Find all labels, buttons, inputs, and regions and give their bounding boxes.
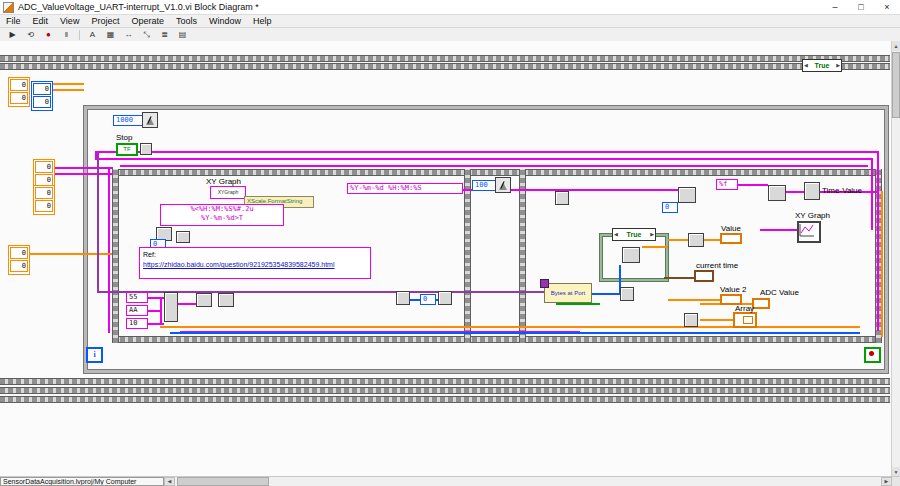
maximize-button[interactable]: □: [848, 0, 874, 14]
case-next-icon[interactable]: ▶: [836, 61, 840, 70]
numeric-constant[interactable]: 0: [10, 247, 28, 259]
text-settings-icon[interactable]: A: [85, 28, 100, 42]
function-icon[interactable]: [218, 293, 234, 307]
menu-help[interactable]: Help: [247, 15, 278, 27]
function-icon[interactable]: [622, 247, 640, 263]
not-function-icon[interactable]: [140, 143, 152, 155]
horizontal-scrollbar-thumb[interactable]: [177, 477, 269, 486]
execution-context-box[interactable]: SensorDataAcquisition.lvproj/My Computer: [0, 477, 164, 486]
float-format-constant[interactable]: %f: [716, 179, 738, 190]
function-icon[interactable]: [438, 291, 452, 305]
cluster-constant-1[interactable]: 0 0: [8, 77, 30, 107]
menu-operate[interactable]: Operate: [125, 15, 170, 27]
numeric-constant[interactable]: 0: [35, 200, 53, 212]
ref-label: Ref:: [143, 250, 367, 260]
xy-graph-terminal[interactable]: [797, 221, 821, 243]
run-button-icon[interactable]: ▶: [5, 28, 20, 42]
hex-string-constant[interactable]: 10: [126, 318, 148, 329]
visa-class-icon: [540, 279, 549, 288]
concatenate-strings-icon[interactable]: [164, 292, 178, 322]
distribute-objects-icon[interactable]: ↔: [121, 28, 136, 42]
minimize-button[interactable]: –: [822, 0, 848, 14]
function-icon[interactable]: [176, 231, 190, 243]
wait-until-next-ms-icon[interactable]: [142, 112, 158, 128]
wait-ms-constant[interactable]: 1000: [113, 115, 143, 126]
stop-terminal[interactable]: TF: [116, 143, 138, 156]
pause-button-icon[interactable]: ‖: [59, 28, 74, 42]
loop-condition-terminal[interactable]: [864, 347, 881, 363]
inner-case-value: True: [627, 230, 642, 239]
scroll-right-icon[interactable]: ▶: [881, 477, 892, 486]
case-prev-icon[interactable]: ◀: [804, 61, 808, 70]
run-continuous-icon[interactable]: ⟲: [23, 28, 38, 42]
cluster-constant-2[interactable]: 0 0: [31, 81, 53, 111]
hex-string-constant[interactable]: AA: [126, 305, 148, 316]
stop-label: Stop: [116, 133, 132, 142]
wait-until-next-ms-icon[interactable]: [495, 177, 511, 193]
numeric-constant[interactable]: 0: [33, 96, 51, 108]
bundle-icon[interactable]: [804, 182, 820, 200]
menu-project[interactable]: Project: [85, 15, 125, 27]
array-terminal[interactable]: [733, 312, 757, 328]
comparison-icon[interactable]: [620, 287, 634, 301]
wire-string: [734, 184, 768, 186]
vertical-scrollbar-thumb[interactable]: [892, 52, 900, 118]
wire-string: [178, 303, 196, 305]
numeric-constant[interactable]: 0: [35, 161, 53, 173]
outer-case-selector[interactable]: ◀ True ▶: [802, 59, 842, 72]
format-into-string-icon[interactable]: [768, 185, 786, 201]
clean-up-diagram-icon[interactable]: ▤: [175, 28, 190, 42]
numeric-constant[interactable]: 0: [10, 260, 28, 272]
numeric-constant[interactable]: 0: [35, 187, 53, 199]
build-array-icon[interactable]: [684, 313, 698, 327]
function-icon[interactable]: [555, 191, 569, 205]
outer-case-value: True: [815, 61, 830, 70]
numeric-constant[interactable]: 0: [33, 83, 51, 95]
align-objects-icon[interactable]: ▦: [103, 28, 118, 42]
adc-value-label: ADC Value: [760, 288, 799, 297]
abort-button-icon[interactable]: ●: [41, 28, 56, 42]
flat-sequence-divider-2: [519, 169, 526, 343]
datetime-format-constant[interactable]: %Y-%m-%d %H:%M:%S: [347, 183, 463, 194]
numeric-constant[interactable]: 0: [10, 92, 28, 104]
cluster-constant-5[interactable]: 0 0: [8, 245, 30, 275]
menu-window[interactable]: Window: [203, 15, 247, 27]
menu-view[interactable]: View: [54, 15, 85, 27]
menu-tools[interactable]: Tools: [170, 15, 203, 27]
numeric-constant[interactable]: 0: [420, 294, 436, 305]
scroll-left-icon[interactable]: ◀: [164, 477, 175, 486]
menu-file[interactable]: File: [0, 15, 27, 27]
flat-sequence-bottom: [112, 336, 882, 343]
sequence-border-bottom-2: [0, 387, 890, 394]
hex-string-constant[interactable]: 55: [126, 292, 148, 303]
cluster-constant-4[interactable]: 0 0: [33, 185, 55, 215]
sequence-border-top-1: [0, 55, 890, 62]
wire-timestamp: [664, 277, 696, 279]
value-terminal[interactable]: [720, 233, 742, 244]
scroll-up-icon[interactable]: ▲: [892, 41, 900, 51]
case-prev-icon[interactable]: ◀: [614, 230, 618, 239]
horizontal-scrollbar[interactable]: [175, 477, 881, 486]
sequence-border-bottom-1: [0, 378, 890, 385]
visa-bytes-at-port-node[interactable]: Bytes at Port: [544, 283, 592, 303]
case-next-icon[interactable]: ▶: [650, 230, 654, 239]
function-icon[interactable]: [196, 293, 212, 307]
inner-case-selector[interactable]: ◀ True ▶: [612, 228, 656, 241]
adc-value-terminal[interactable]: [752, 298, 770, 309]
format-datetime-string-icon[interactable]: [678, 187, 696, 203]
vertical-scrollbar[interactable]: ▲ ▼: [891, 41, 900, 477]
reorder-icon[interactable]: ≣: [157, 28, 172, 42]
xy-graph-class-reference[interactable]: XYGraph: [210, 186, 246, 199]
resize-objects-icon[interactable]: ⤡: [139, 28, 154, 42]
wire-string: [146, 310, 160, 312]
to-double-icon[interactable]: [688, 233, 704, 247]
menu-edit[interactable]: Edit: [27, 15, 55, 27]
current-time-terminal[interactable]: [694, 270, 714, 282]
iteration-terminal[interactable]: i: [86, 347, 103, 363]
time-format-constant[interactable]: %<%H:%M:%S%#.2u %Y-%m-%d>T: [160, 204, 284, 226]
ref-url-link[interactable]: https://zhidao.baidu.com/question/921925…: [143, 260, 367, 270]
numeric-constant[interactable]: 0: [662, 202, 678, 213]
function-icon[interactable]: [396, 291, 410, 305]
close-button[interactable]: ×: [874, 0, 900, 14]
numeric-constant[interactable]: 0: [10, 79, 28, 91]
